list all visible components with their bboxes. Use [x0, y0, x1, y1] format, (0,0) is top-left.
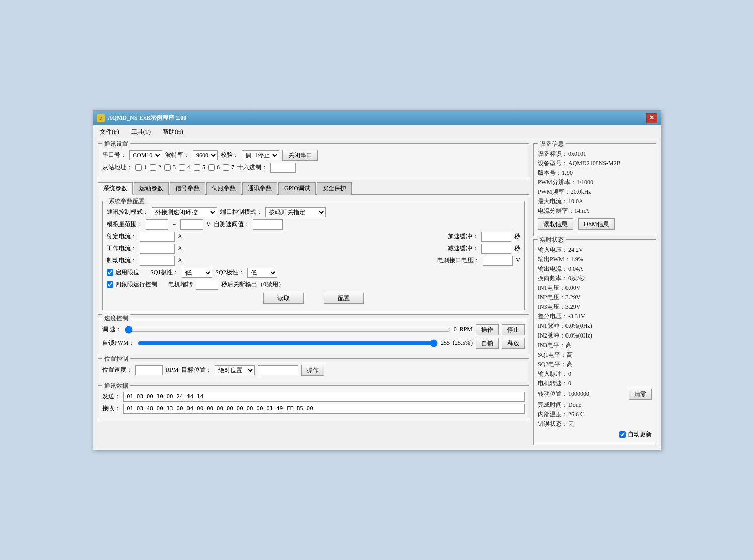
- position-control-title: 位置控制: [102, 355, 130, 363]
- brake-current-input[interactable]: 3.00: [140, 256, 175, 266]
- close-button[interactable]: ✕: [646, 113, 657, 123]
- status-value-10: 高: [566, 342, 572, 349]
- slave-cb-2[interactable]: [150, 164, 156, 171]
- sys-params-group: 系统参数配置 通讯控制模式： 外接测速闭环控 端口控制模式： 拨码开关指定: [102, 201, 525, 310]
- release-button[interactable]: 释放: [502, 338, 525, 349]
- recv-data-display: 01 03 48 00 13 00 04 00 00 00 00 00 00 0…: [123, 404, 525, 414]
- pos-speed-input[interactable]: 3000: [135, 365, 163, 375]
- speed-stop-button[interactable]: 停止: [502, 324, 525, 335]
- menu-bar: 文件(F) 工具(T) 帮助(H): [93, 125, 661, 139]
- parity-select[interactable]: 偶+1停止: [242, 150, 279, 160]
- tab-gpio[interactable]: GPIO调试: [278, 182, 316, 195]
- tab-servo-params[interactable]: 伺服参数: [206, 182, 241, 195]
- realtime-status-title: 实时状态: [538, 236, 566, 244]
- pwm-slider[interactable]: [138, 339, 438, 347]
- work-current-unit: A: [178, 245, 182, 252]
- slave-cb-5[interactable]: [194, 164, 200, 171]
- stall-input[interactable]: 0: [196, 280, 218, 290]
- device-model-label: 设备型号：: [538, 160, 568, 167]
- auto-speed-input[interactable]: 0: [253, 219, 283, 230]
- status-value-18: 无: [568, 420, 574, 427]
- accel-input[interactable]: 0.0: [481, 232, 511, 242]
- work-current-input[interactable]: 7.00: [140, 244, 175, 254]
- sq2-select[interactable]: 低: [247, 268, 277, 278]
- status-label-2: 输出电流：: [538, 265, 568, 272]
- position-control-group: 位置控制 位置速度： 3000 RPM 目标位置： 绝对位置 1000000 操…: [98, 358, 529, 382]
- work-current-label: 工作电流：: [107, 244, 137, 253]
- status-value-8: 0.0%(0Hz): [566, 322, 592, 329]
- sys-params-title: 系统参数配置: [107, 197, 147, 206]
- status-value-11: 高: [567, 351, 573, 358]
- device-id-row: 设备标识：0x0101: [538, 150, 652, 158]
- speed-slider[interactable]: [125, 326, 451, 334]
- status-label-9: IN2脉冲：: [538, 332, 566, 339]
- brake-voltage-input[interactable]: 0.0: [483, 256, 513, 266]
- menu-help[interactable]: 帮助(H): [161, 127, 185, 137]
- slave-cb-3[interactable]: [164, 164, 171, 171]
- menu-tools[interactable]: 工具(T): [129, 127, 153, 137]
- port-ctrl-select[interactable]: 拨码开关指定: [265, 207, 326, 217]
- decel-input[interactable]: 0.0: [481, 244, 511, 254]
- hex-input[interactable]: 0x01: [270, 163, 296, 173]
- status-row-7: 差分电压：-3.31V: [538, 312, 652, 321]
- lock-button[interactable]: 自锁: [476, 338, 499, 349]
- realtime-status-group: 实时状态 输入电压：24.2V输出PWM：1.9%输出电流：0.04A换向频率：…: [533, 239, 656, 445]
- auto-update-label: 自动更新: [628, 430, 652, 439]
- read-info-button[interactable]: 读取信息: [538, 218, 573, 230]
- speed-operate-button[interactable]: 操作: [476, 324, 499, 335]
- status-label-14: 电机转速：: [538, 380, 568, 387]
- analog-min-input[interactable]: 0.00: [146, 219, 168, 230]
- config-params-button[interactable]: 配置: [324, 293, 364, 304]
- tab-motion-params[interactable]: 运动参数: [134, 182, 169, 195]
- pwm-freq-value: 20.0kHz: [571, 188, 591, 195]
- status-row-15: 转动位置：1000000清零: [538, 389, 652, 400]
- slave-cb-7[interactable]: [223, 164, 229, 171]
- status-label-3: 换向频率：: [538, 275, 568, 282]
- close-port-button[interactable]: 关闭串口: [282, 150, 318, 161]
- comm-settings-title: 通讯设置: [102, 140, 130, 148]
- status-row-0: 输入电压：24.2V: [538, 246, 652, 254]
- max-current-label: 最大电流：: [538, 198, 568, 205]
- pwm-res-value: 1/1000: [577, 179, 593, 186]
- status-row-13: 输入脉冲：0: [538, 370, 652, 378]
- slave-cb-4[interactable]: [179, 164, 185, 171]
- speed-slider-container: [125, 326, 451, 334]
- baud-select[interactable]: 9600: [193, 150, 218, 160]
- menu-file[interactable]: 文件(F): [98, 127, 121, 137]
- status-label-10: IN3电平：: [538, 342, 566, 349]
- status-label-7: 差分电压：: [538, 313, 568, 320]
- auto-update-cb[interactable]: [619, 431, 626, 438]
- decel-label: 减速缓冲：: [448, 244, 478, 253]
- rated-current-input[interactable]: 7.00: [140, 232, 175, 242]
- status-value-0: 24.2V: [568, 246, 583, 253]
- slave-cb-6[interactable]: [208, 164, 215, 171]
- analog-max-input[interactable]: 3.30: [180, 219, 203, 230]
- port-select[interactable]: COM10: [129, 150, 162, 160]
- pos-operate-button[interactable]: 操作: [301, 365, 324, 376]
- status-label-15: 转动位置：1000000: [538, 390, 589, 398]
- limit-enable-cb[interactable]: [107, 269, 113, 276]
- status-value-16: Done: [568, 401, 581, 408]
- read-params-button[interactable]: 读取: [263, 293, 304, 304]
- target-mode-select[interactable]: 绝对位置: [215, 365, 255, 375]
- analog-dash: －: [171, 220, 177, 229]
- four-quadrant-cb[interactable]: [107, 281, 113, 288]
- status-row-12: SQ2电平：高: [538, 360, 652, 369]
- tab-sys-params[interactable]: 系统参数: [98, 182, 133, 195]
- sq1-select[interactable]: 低: [182, 268, 212, 278]
- tab-signal-params[interactable]: 信号参数: [170, 182, 205, 195]
- tab-safety[interactable]: 安全保护: [317, 182, 352, 195]
- tabs-container: 系统参数 运动参数 信号参数 伺服参数 通讯参数 GPIO调试 安全保护 系统参…: [98, 182, 529, 315]
- status-value-5: 3.29V: [566, 294, 581, 301]
- clear-position-button[interactable]: 清零: [629, 389, 652, 400]
- comm-ctrl-select[interactable]: 外接测速闭环控: [152, 207, 217, 217]
- oem-button[interactable]: OEM信息: [578, 218, 615, 230]
- target-value-input[interactable]: 1000000: [258, 365, 298, 375]
- slave-cb-1[interactable]: [135, 164, 142, 171]
- analog-unit: V: [206, 220, 211, 228]
- pwm-slider-container: [138, 339, 438, 347]
- status-value-1: 1.9%: [571, 256, 583, 263]
- tab-comm-params[interactable]: 通讯参数: [242, 182, 277, 195]
- status-label-12: SQ2电平：: [538, 361, 567, 368]
- status-row-2: 输出电流：0.04A: [538, 265, 652, 273]
